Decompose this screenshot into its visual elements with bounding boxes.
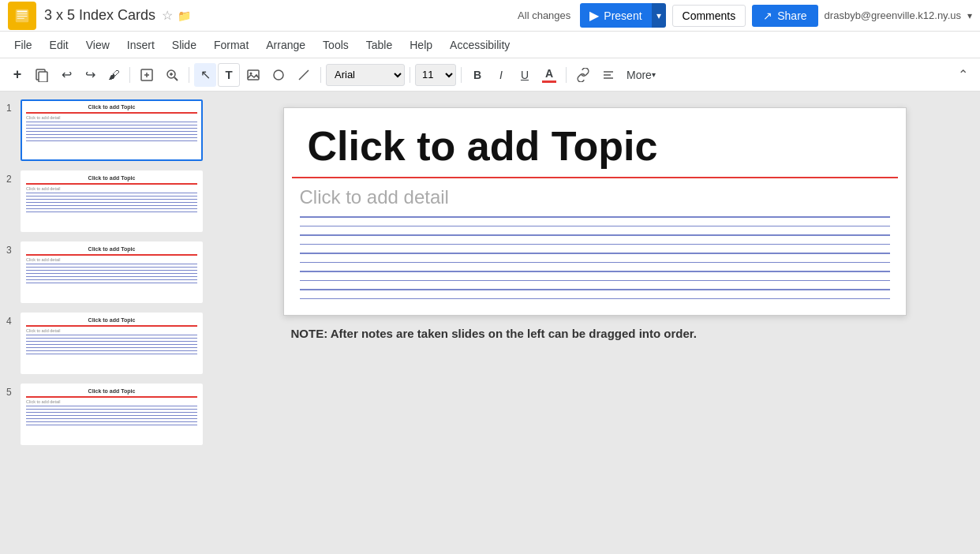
doc-title: 3 x 5 Index Cards	[44, 7, 155, 24]
user-email: drasbyb@greenville.k12.ny.us	[825, 9, 961, 21]
zoom-fit-button[interactable]	[135, 63, 159, 87]
slide-number-5: 5	[6, 387, 21, 398]
slide-thumb-red-line-2	[26, 183, 197, 185]
canvas-blue-line	[300, 262, 890, 264]
select-tool-button[interactable]: ↖	[194, 63, 216, 87]
image-tool-button[interactable]	[241, 63, 265, 87]
slide-thumb-blue-line	[26, 128, 197, 129]
slide-thumb-red-line-1	[26, 112, 197, 114]
slide-thumb-blue-line	[26, 415, 197, 416]
bold-button[interactable]: B	[466, 63, 488, 87]
slide-topic-text[interactable]: Click to add Topic	[308, 124, 882, 169]
font-family-select[interactable]: Arial Times New Roman Courier New	[326, 64, 405, 86]
menu-edit[interactable]: Edit	[42, 36, 77, 54]
menu-help[interactable]: Help	[402, 36, 440, 54]
menu-view[interactable]: View	[78, 36, 118, 54]
font-size-select[interactable]: 8910111214182436	[415, 64, 456, 86]
slide-thumb-title-2: Click to add Topic	[26, 175, 197, 181]
canvas-blue-line	[300, 289, 890, 290]
slide-thumb-blue-line	[26, 283, 197, 283]
slide-thumbnail-1[interactable]: Click to add TopicClick to add detail	[21, 99, 203, 161]
slide-thumb-title-3: Click to add Topic	[26, 246, 197, 252]
slide-panel: 1Click to add TopicClick to add detail2C…	[0, 92, 209, 554]
text-tool-button[interactable]: T	[218, 63, 240, 87]
slide-content-area[interactable]: Click to add detail	[284, 178, 906, 315]
italic-button[interactable]: I	[490, 63, 512, 87]
menu-format[interactable]: Format	[206, 36, 256, 54]
slide-thumb-blue-line	[26, 264, 197, 264]
menu-tools[interactable]: Tools	[315, 36, 357, 54]
present-button[interactable]: ▶ Present	[580, 3, 651, 28]
slide-thumb-red-line-3	[26, 254, 197, 256]
line-tool-button[interactable]	[292, 63, 316, 87]
align-button[interactable]	[597, 63, 620, 87]
zoom-in-button[interactable]	[160, 63, 184, 87]
slide-topic-area[interactable]: Click to add Topic	[284, 108, 906, 177]
more-label: More	[627, 69, 652, 81]
slide-item-3[interactable]: 3Click to add TopicClick to add detail	[6, 241, 203, 303]
redo-button[interactable]: ↪	[79, 63, 101, 87]
slide-thumb-blue-line	[26, 137, 197, 138]
slide-thumb-blue-lines-3	[26, 264, 197, 283]
svg-line-17	[299, 70, 309, 80]
top-right: All changes ▶ Present ▾ Comments ↗ Share…	[518, 3, 972, 28]
slide-thumb-blue-line	[26, 193, 197, 193]
slide-thumbnail-2[interactable]: Click to add TopicClick to add detail	[21, 170, 203, 232]
slide-thumb-blue-line	[26, 270, 197, 271]
svg-point-15	[250, 72, 252, 74]
slide-item-5[interactable]: 5Click to add TopicClick to add detail	[6, 384, 203, 445]
slide-thumb-detail-5: Click to add detail	[26, 399, 197, 404]
slide-number-4: 4	[6, 316, 21, 327]
menu-slide[interactable]: Slide	[164, 36, 204, 54]
slide-thumb-blue-line	[26, 276, 197, 277]
collapse-toolbar-button[interactable]: ⌃	[952, 63, 974, 87]
share-button[interactable]: ↗ Share	[752, 5, 817, 27]
folder-icon[interactable]: 📁	[178, 9, 191, 22]
menu-table[interactable]: Table	[358, 36, 400, 54]
shape-tool-button[interactable]	[267, 63, 290, 87]
underline-button[interactable]: U	[514, 63, 536, 87]
slide-thumb-blue-lines-2	[26, 193, 197, 212]
slide-item-4[interactable]: 4Click to add TopicClick to add detail	[6, 313, 203, 374]
font-color-indicator	[542, 80, 556, 83]
svg-rect-3	[17, 16, 28, 17]
toolbar: + ↩ ↪ 🖌 ↖ T Arial Times New Roman Courie…	[0, 58, 980, 92]
app-icon	[8, 2, 36, 30]
svg-rect-4	[17, 17, 24, 18]
comments-button[interactable]: Comments	[672, 5, 746, 27]
slide-canvas[interactable]: Click to add Topic Click to add detail	[283, 107, 907, 316]
main-area: 1Click to add TopicClick to add detail2C…	[0, 92, 980, 554]
slide-thumb-detail-1: Click to add detail	[26, 115, 197, 120]
slide-thumbnail-3[interactable]: Click to add TopicClick to add detail	[21, 241, 203, 303]
account-dropdown-icon[interactable]: ▾	[967, 10, 972, 21]
menu-arrange[interactable]: Arrange	[258, 36, 313, 54]
slide-thumbnail-5[interactable]: Click to add TopicClick to add detail	[21, 384, 203, 445]
slide-thumb-red-line-4	[26, 325, 197, 327]
undo-button[interactable]: ↩	[55, 63, 77, 87]
font-color-button[interactable]: A	[537, 63, 561, 87]
canvas-area: Click to add Topic Click to add detail N…	[209, 92, 980, 554]
star-icon[interactable]: ☆	[162, 8, 173, 23]
slide-thumb-blue-line	[26, 347, 197, 348]
slide-thumb-blue-line	[26, 131, 197, 132]
slide-item-1[interactable]: 1Click to add TopicClick to add detail	[6, 99, 203, 161]
slide-thumb-blue-line	[26, 406, 197, 406]
slide-thumb-title-4: Click to add Topic	[26, 317, 197, 323]
menu-file[interactable]: File	[6, 36, 40, 54]
slide-item-2[interactable]: 2Click to add TopicClick to add detail	[6, 170, 203, 232]
slide-thumb-red-line-5	[26, 396, 197, 398]
slide-thumbnail-4[interactable]: Click to add TopicClick to add detail	[21, 313, 203, 374]
menu-accessibility[interactable]: Accessibility	[442, 36, 518, 54]
present-dropdown-button[interactable]: ▾	[652, 3, 666, 28]
more-button[interactable]: More ▾	[622, 63, 660, 87]
slide-number-1: 1	[6, 103, 21, 114]
canvas-blue-line	[300, 298, 890, 300]
menu-insert[interactable]: Insert	[119, 36, 163, 54]
canvas-blue-line	[300, 280, 890, 282]
paint-format-button[interactable]: 🖌	[103, 63, 125, 87]
link-button[interactable]	[571, 63, 595, 87]
blue-lines-container	[300, 216, 890, 299]
copy-format-button[interactable]	[30, 63, 54, 87]
add-button[interactable]: +	[6, 63, 28, 87]
slide-detail-text[interactable]: Click to add detail	[300, 186, 890, 208]
